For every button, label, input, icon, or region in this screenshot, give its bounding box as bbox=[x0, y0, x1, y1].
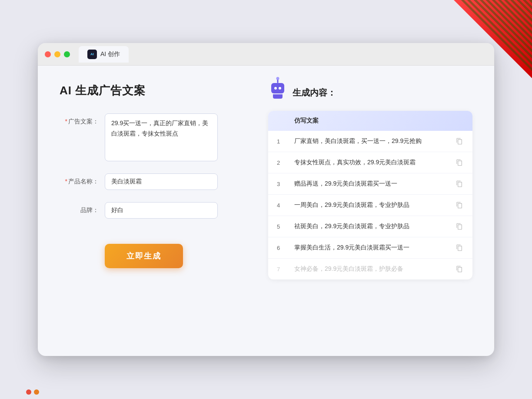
close-button[interactable] bbox=[45, 51, 51, 57]
results-container: 仿写文案 1厂家直销，美白淡斑霜，买一送一，29.9元抢购 2专抹女性斑点，真实… bbox=[268, 111, 472, 279]
result-text: 掌握美白生活，29.9元美白淡斑霜买一送一 bbox=[294, 244, 455, 252]
results-list: 1厂家直销，美白淡斑霜，买一送一，29.9元抢购 2专抹女性斑点，真实功效，29… bbox=[268, 131, 472, 279]
robot-eye-right bbox=[279, 87, 281, 90]
robot-body bbox=[273, 94, 283, 99]
copy-icon[interactable] bbox=[455, 243, 464, 252]
robot-antenna bbox=[277, 80, 279, 83]
brand-label: 品牌： bbox=[60, 202, 99, 214]
result-num: 4 bbox=[277, 202, 294, 209]
copy-icon[interactable] bbox=[455, 137, 464, 146]
right-panel-header: 生成内容： bbox=[268, 83, 472, 102]
ad-copy-required-star: * bbox=[65, 118, 67, 125]
result-text: 女神必备，29.9元美白淡斑霜，护肤必备 bbox=[294, 265, 455, 273]
browser-window: AI 创作 AI 生成广告文案 *广告文案： 29.9买一送一，真正的厂家直销，… bbox=[38, 43, 494, 356]
result-num: 3 bbox=[277, 181, 294, 187]
ad-copy-input[interactable]: 29.9买一送一，真正的厂家直销，美白淡斑霜，专抹女性斑点 bbox=[105, 113, 218, 161]
tab-label: AI 创作 bbox=[100, 50, 120, 58]
product-name-field-row: *产品名称： 美白淡斑霜 bbox=[60, 173, 242, 190]
ad-copy-field-row: *广告文案： 29.9买一送一，真正的厂家直销，美白淡斑霜，专抹女性斑点 bbox=[60, 113, 242, 161]
result-row: 6掌握美白生活，29.9元美白淡斑霜买一送一 bbox=[268, 237, 472, 259]
copy-icon[interactable] bbox=[455, 180, 464, 188]
result-row: 4一周美白，29.9元美白淡斑霜，专业护肤品 bbox=[268, 195, 472, 216]
title-bar: AI 创作 bbox=[38, 43, 494, 66]
window-controls bbox=[45, 51, 70, 57]
right-panel: 生成内容： 仿写文案 1厂家直销，美白淡斑霜，买一送一，29.9元抢购 2专抹女… bbox=[268, 83, 472, 339]
robot-eye-left bbox=[274, 87, 277, 90]
brand-field-row: 品牌： 好白 bbox=[60, 202, 242, 219]
result-row: 3赠品再送，29.9元美白淡斑霜买一送一 bbox=[268, 173, 472, 195]
result-num: 2 bbox=[277, 160, 294, 166]
results-header-text: 仿写文案 bbox=[294, 117, 464, 125]
result-row: 7女神必备，29.9元美白淡斑霜，护肤必备 bbox=[268, 259, 472, 279]
left-panel: AI 生成广告文案 *广告文案： 29.9买一送一，真正的厂家直销，美白淡斑霜，… bbox=[60, 83, 242, 339]
brand-input[interactable]: 好白 bbox=[105, 202, 218, 219]
right-panel-title: 生成内容： bbox=[293, 87, 336, 99]
corner-decoration-bottom-left bbox=[26, 389, 39, 395]
result-text: 一周美白，29.9元美白淡斑霜，专业护肤品 bbox=[294, 201, 455, 209]
ai-tab-icon bbox=[87, 50, 97, 59]
content-area: AI 生成广告文案 *广告文案： 29.9买一送一，真正的厂家直销，美白淡斑霜，… bbox=[38, 66, 494, 356]
product-name-label: *产品名称： bbox=[60, 173, 99, 186]
copy-icon[interactable] bbox=[455, 201, 464, 209]
result-text: 专抹女性斑点，真实功效，29.9元美白淡斑霜 bbox=[294, 159, 455, 166]
generate-button[interactable]: 立即生成 bbox=[105, 244, 183, 268]
ad-copy-label: *广告文案： bbox=[60, 113, 99, 126]
result-num: 1 bbox=[277, 138, 294, 145]
maximize-button[interactable] bbox=[64, 51, 70, 57]
result-num: 5 bbox=[277, 223, 294, 230]
result-row: 5祛斑美白，29.9元美白淡斑霜，专业护肤品 bbox=[268, 216, 472, 237]
result-row: 1厂家直销，美白淡斑霜，买一送一，29.9元抢购 bbox=[268, 131, 472, 152]
result-text: 祛斑美白，29.9元美白淡斑霜，专业护肤品 bbox=[294, 223, 455, 230]
result-num: 7 bbox=[277, 266, 294, 273]
copy-icon[interactable] bbox=[455, 265, 464, 273]
dot-red bbox=[26, 389, 31, 395]
robot-head bbox=[271, 83, 284, 93]
copy-icon[interactable] bbox=[455, 222, 464, 231]
result-text: 厂家直销，美白淡斑霜，买一送一，29.9元抢购 bbox=[294, 137, 455, 145]
result-text: 赠品再送，29.9元美白淡斑霜买一送一 bbox=[294, 180, 455, 188]
results-header: 仿写文案 bbox=[268, 111, 472, 131]
product-name-required-star: * bbox=[65, 178, 67, 185]
product-name-input[interactable]: 美白淡斑霜 bbox=[105, 173, 218, 190]
page-title: AI 生成广告文案 bbox=[60, 83, 242, 98]
result-num: 6 bbox=[277, 245, 294, 251]
dot-orange bbox=[34, 389, 39, 395]
copy-icon[interactable] bbox=[455, 158, 464, 167]
minimize-button[interactable] bbox=[54, 51, 60, 57]
robot-icon bbox=[268, 83, 287, 102]
result-row: 2专抹女性斑点，真实功效，29.9元美白淡斑霜 bbox=[268, 152, 472, 173]
tab-ai-creation[interactable]: AI 创作 bbox=[79, 46, 129, 63]
